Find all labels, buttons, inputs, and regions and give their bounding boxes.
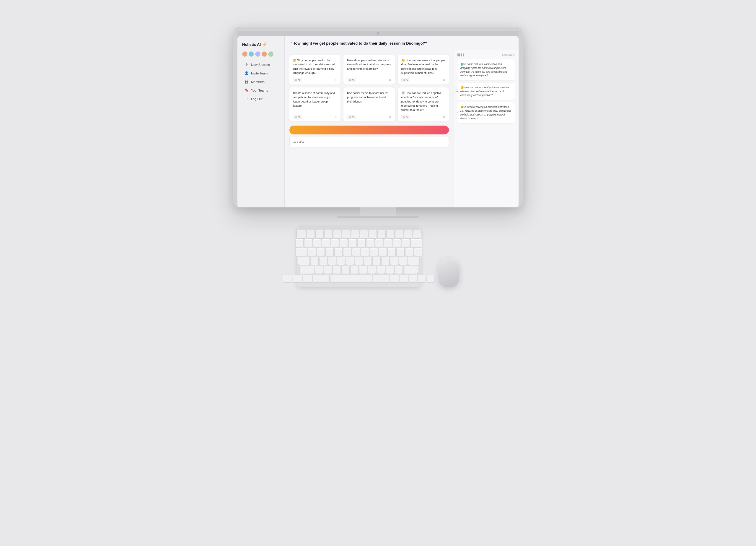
key-v[interactable] — [342, 266, 349, 274]
card-close-4[interactable]: ✕ — [335, 115, 337, 118]
sidebar-item-new-session[interactable]: ✈ New Session — [240, 61, 282, 69]
key-quote[interactable] — [399, 257, 407, 265]
key-e[interactable] — [326, 248, 333, 256]
key-t[interactable] — [343, 248, 351, 256]
idea-input[interactable] — [289, 137, 449, 147]
key-g[interactable] — [346, 257, 354, 265]
key-backslash[interactable] — [414, 248, 422, 256]
card-close-1[interactable]: ✕ — [335, 79, 337, 81]
key-space[interactable] — [330, 275, 372, 283]
key-rcmd[interactable] — [373, 275, 389, 283]
suggestion-add-1[interactable]: + — [455, 68, 459, 72]
key-x[interactable] — [324, 266, 332, 274]
key-i[interactable] — [370, 248, 378, 256]
card-close-2[interactable]: ✕ — [389, 79, 391, 81]
key-f5[interactable] — [342, 230, 350, 238]
key-7[interactable] — [358, 239, 365, 247]
key-f11[interactable] — [395, 230, 403, 238]
key-f7[interactable] — [360, 230, 368, 238]
suggestion-add-2[interactable]: + — [455, 89, 459, 93]
key-equals[interactable] — [402, 239, 410, 247]
key-option[interactable] — [303, 275, 312, 283]
key-k[interactable] — [373, 257, 380, 265]
key-b[interactable] — [351, 266, 358, 274]
key-o[interactable] — [379, 248, 387, 256]
key-p[interactable] — [388, 248, 395, 256]
key-f9[interactable] — [378, 230, 385, 238]
ai-suggestion-3: + 😊 Instead of relying on extrinsic moti… — [457, 102, 515, 123]
key-r[interactable] — [335, 248, 342, 256]
sidebar-item-log-out[interactable]: ↩ Log Out — [240, 95, 282, 103]
sidebar-item-members[interactable]: 👥 Members — [240, 78, 282, 86]
clear-all-button[interactable]: Clear all ✕ — [502, 53, 515, 56]
key-y[interactable] — [352, 248, 360, 256]
key-f6[interactable] — [351, 230, 359, 238]
key-f[interactable] — [337, 257, 345, 265]
key-9[interactable] — [375, 239, 383, 247]
key-4[interactable] — [331, 239, 339, 247]
key-u[interactable] — [361, 248, 369, 256]
key-roption[interactable] — [390, 275, 399, 283]
key-capslock[interactable] — [298, 257, 309, 265]
card-close-6[interactable]: ✕ — [443, 115, 445, 118]
key-comma[interactable] — [377, 266, 385, 274]
key-ctrl[interactable] — [293, 275, 302, 283]
key-rshift[interactable] — [404, 266, 418, 274]
card-close-3[interactable]: ✕ — [443, 79, 445, 81]
key-f4[interactable] — [333, 230, 341, 238]
key-slash[interactable] — [395, 266, 403, 274]
key-f3[interactable] — [325, 230, 332, 238]
key-5[interactable] — [340, 239, 348, 247]
key-rbracket[interactable] — [405, 248, 413, 256]
key-period[interactable] — [386, 266, 394, 274]
key-semicolon[interactable] — [390, 257, 398, 265]
key-8[interactable] — [366, 239, 374, 247]
key-l[interactable] — [382, 257, 389, 265]
key-backtick[interactable] — [296, 239, 303, 247]
key-d[interactable] — [328, 257, 336, 265]
key-left[interactable] — [400, 275, 408, 283]
key-right[interactable] — [427, 275, 434, 283]
sidebar-item-your-teams[interactable]: 🔖 Your Teams — [240, 86, 282, 94]
key-return[interactable] — [408, 257, 419, 265]
key-f2[interactable] — [316, 230, 323, 238]
key-delete[interactable] — [411, 239, 422, 247]
key-minus[interactable] — [393, 239, 401, 247]
key-lshift[interactable] — [300, 266, 314, 274]
key-f8[interactable] — [369, 230, 377, 238]
key-s[interactable] — [320, 257, 327, 265]
magic-mouse[interactable] — [439, 257, 459, 287]
add-idea-button[interactable]: + — [289, 125, 449, 134]
sidebar-item-invite-team[interactable]: 👤 Invite Team — [240, 69, 282, 77]
card-close-5[interactable]: ✕ — [389, 115, 391, 118]
key-0[interactable] — [384, 239, 392, 247]
key-f12[interactable] — [404, 230, 412, 238]
key-1[interactable] — [304, 239, 312, 247]
key-up[interactable] — [409, 275, 417, 283]
key-down[interactable] — [418, 275, 426, 283]
grid-icon — [457, 53, 464, 56]
key-j[interactable] — [364, 257, 372, 265]
suggestion-add-3[interactable]: + — [455, 111, 459, 115]
key-q[interactable] — [308, 248, 316, 256]
key-w[interactable] — [317, 248, 325, 256]
key-2[interactable] — [313, 239, 321, 247]
key-tab[interactable] — [296, 248, 307, 256]
key-m[interactable] — [368, 266, 376, 274]
key-f10[interactable] — [387, 230, 394, 238]
key-n[interactable] — [359, 266, 367, 274]
key-power[interactable] — [413, 230, 421, 238]
key-3[interactable] — [322, 239, 330, 247]
key-lbracket[interactable] — [397, 248, 404, 256]
key-c[interactable] — [333, 266, 340, 274]
key-f1[interactable] — [307, 230, 315, 238]
key-z[interactable] — [315, 266, 323, 274]
avatar-5 — [268, 51, 273, 57]
key-lcmd[interactable] — [313, 275, 329, 283]
key-esc[interactable] — [297, 230, 306, 238]
key-a[interactable] — [311, 257, 318, 265]
key-h[interactable] — [355, 257, 363, 265]
key-6[interactable] — [349, 239, 356, 247]
key-fn[interactable] — [283, 275, 292, 283]
card-text-1: 🤔 Why do people need to be motivated to … — [293, 58, 337, 75]
